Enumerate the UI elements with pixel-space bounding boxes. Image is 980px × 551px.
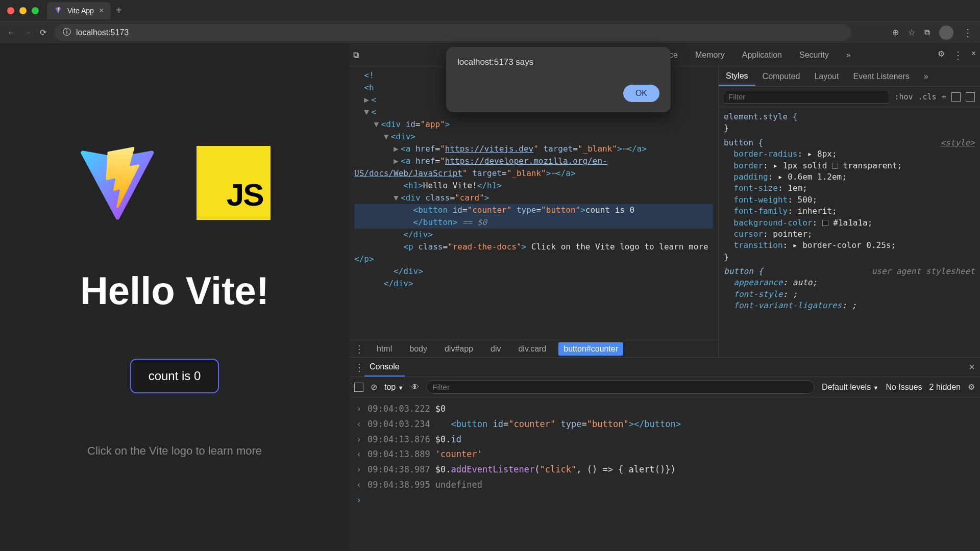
minimize-window-button[interactable] xyxy=(19,7,27,14)
new-tab-button[interactable]: + xyxy=(116,5,122,16)
tab-event-listeners[interactable]: Event Listeners xyxy=(846,68,916,85)
extensions-icon[interactable]: ⧉ xyxy=(924,28,930,37)
bookmark-icon[interactable]: ☆ xyxy=(908,28,915,37)
page-heading: Hello Vite! xyxy=(80,268,269,313)
console-drawer: ⋮ Console × ⊘ top ▼ 👁 Default levels ▼ N… xyxy=(349,357,980,551)
browser-titlebar: Vite App × + xyxy=(0,0,980,21)
cls-toggle[interactable]: .cls xyxy=(918,92,937,102)
console-settings-icon[interactable]: ⚙ xyxy=(968,382,975,392)
crumb-div-app[interactable]: div#app xyxy=(439,342,478,356)
crumb-body[interactable]: body xyxy=(404,342,432,356)
styles-icon-2[interactable] xyxy=(966,92,975,102)
breadcrumb: ⋮ html body div#app div div.card button#… xyxy=(349,340,718,357)
vite-favicon-icon xyxy=(54,7,62,15)
tab-styles[interactable]: Styles xyxy=(719,67,755,86)
counter-button[interactable]: count is 0 xyxy=(130,359,219,393)
console-context[interactable]: top ▼ xyxy=(384,383,404,392)
crumb-div-card[interactable]: div.card xyxy=(513,342,551,356)
window-controls xyxy=(7,7,39,14)
zoom-icon[interactable]: ⊕ xyxy=(892,28,899,37)
tab-more-icon[interactable]: » xyxy=(842,45,855,65)
url-text: localhost:5173 xyxy=(76,28,129,37)
tab-title: Vite App xyxy=(67,7,94,15)
crumb-menu-icon[interactable]: ⋮ xyxy=(354,343,364,355)
console-hidden[interactable]: 2 hidden xyxy=(929,383,961,392)
url-box[interactable]: ⓘ localhost:5173 xyxy=(55,24,851,41)
tab-application[interactable]: Application xyxy=(738,45,786,65)
console-filter-input[interactable] xyxy=(426,380,815,394)
devtools-menu-icon[interactable]: ⋮ xyxy=(953,49,963,61)
browser-menu-icon[interactable]: ⋮ xyxy=(963,27,973,39)
crumb-html[interactable]: html xyxy=(372,342,397,356)
forward-button[interactable]: → xyxy=(23,28,32,37)
tab-computed[interactable]: Computed xyxy=(755,68,807,85)
page-viewport: JS Hello Vite! count is 0 Click on the V… xyxy=(0,44,349,551)
alert-title: localhost:5173 says xyxy=(457,57,659,67)
live-expression-icon[interactable]: 👁 xyxy=(411,383,419,392)
clear-console-icon[interactable]: ⊘ xyxy=(371,382,377,392)
console-tab[interactable]: Console xyxy=(364,358,405,377)
crumb-button-counter[interactable]: button#counter xyxy=(558,342,623,356)
styles-rules[interactable]: element.style { } <style>button { border… xyxy=(719,107,980,357)
drawer-close-icon[interactable]: × xyxy=(969,361,975,373)
profile-avatar[interactable] xyxy=(939,26,953,40)
devtools-settings-icon[interactable]: ⚙ xyxy=(938,49,945,61)
alert-dialog: localhost:5173 says OK xyxy=(446,47,671,112)
close-window-button[interactable] xyxy=(7,7,14,14)
inspect-element-icon[interactable]: ⧉ xyxy=(353,51,359,60)
crumb-div[interactable]: div xyxy=(485,342,506,356)
tab-close-icon[interactable]: × xyxy=(99,6,104,15)
reload-button[interactable]: ⟳ xyxy=(40,28,46,37)
browser-tab[interactable]: Vite App × xyxy=(47,2,111,19)
docs-hint: Click on the Vite logo to learn more xyxy=(87,444,262,458)
styles-icon-1[interactable] xyxy=(951,92,961,102)
tab-security[interactable]: Security xyxy=(795,45,833,65)
log-levels[interactable]: Default levels ▼ xyxy=(822,383,878,392)
new-style-rule-icon[interactable]: + xyxy=(942,92,946,102)
styles-filter-input[interactable] xyxy=(724,90,889,104)
zoom-window-button[interactable] xyxy=(32,7,39,14)
console-issues[interactable]: No Issues xyxy=(886,383,922,392)
javascript-logo-icon[interactable]: JS xyxy=(197,146,271,220)
devtools: localhost:5173 says OK ⧉ rk Performance … xyxy=(349,44,980,551)
console-sidebar-icon[interactable] xyxy=(354,383,363,392)
tab-styles-more[interactable]: » xyxy=(917,68,936,85)
vite-logo-icon[interactable] xyxy=(79,146,156,222)
hov-toggle[interactable]: :hov xyxy=(894,92,913,102)
address-bar: ← → ⟳ ⓘ localhost:5173 ⊕ ☆ ⧉ ⋮ xyxy=(0,21,980,44)
devtools-close-icon[interactable]: × xyxy=(971,49,976,61)
console-log[interactable]: ›09:04:03.222$0 ‹09:04:03.234 <button id… xyxy=(349,397,980,551)
back-button[interactable]: ← xyxy=(7,28,15,37)
site-info-icon[interactable]: ⓘ xyxy=(63,27,71,38)
tab-layout[interactable]: Layout xyxy=(807,68,846,85)
drawer-menu-icon[interactable]: ⋮ xyxy=(354,361,364,373)
alert-ok-button[interactable]: OK xyxy=(623,85,659,102)
tab-memory[interactable]: Memory xyxy=(691,45,729,65)
styles-panel: Styles Computed Layout Event Listeners »… xyxy=(719,66,980,357)
js-logo-text: JS xyxy=(227,177,263,213)
